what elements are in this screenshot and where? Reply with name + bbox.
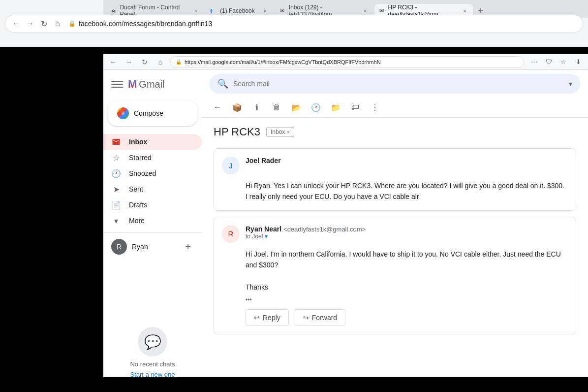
compose-label: Compose	[134, 109, 163, 117]
joel-avatar: J	[222, 157, 240, 174]
inner-forward-button[interactable]: →	[123, 56, 135, 68]
inbox-badge-label: Inbox	[271, 129, 285, 135]
folder-button[interactable]: 📁	[328, 99, 343, 115]
sidebar-item-inbox[interactable]: Inbox	[103, 134, 202, 150]
sidebar-item-starred[interactable]: ☆ Starred	[103, 150, 202, 165]
forward-label: Forward	[312, 314, 337, 322]
gmail-app: M Gmail + Compose Inbox ☆ Starred 🕐	[103, 70, 588, 392]
ryan-email-to: to Joel ▾	[246, 233, 366, 240]
more-chevron-icon: ▾	[111, 216, 121, 226]
reload-button[interactable]: ↻	[39, 19, 49, 29]
compose-plus-icon: +	[117, 107, 129, 119]
sidebar-snoozed-label: Snoozed	[129, 169, 156, 177]
thread-title-row: HP RCK3 Inbox ×	[214, 126, 576, 138]
archive-button[interactable]: 📦	[229, 99, 245, 115]
forward-button[interactable]: ↪ Forward	[295, 309, 345, 326]
snooze-button[interactable]: 🕐	[308, 99, 324, 115]
browser-address-bar: ← → ↻ ⌂ 🔒 facebook.com/messages/t/brenda…	[5, 15, 583, 33]
ryan-sender-info: Ryan Nearl <deadlyfasts1k@gmail.com> to …	[246, 225, 366, 240]
chat-bubble-icon: 💬	[138, 327, 167, 357]
email-thread: HP RCK3 Inbox × J Joel Rader	[202, 118, 588, 392]
snoozed-icon: 🕐	[111, 168, 121, 178]
inner-download-button[interactable]: ⬇	[572, 56, 584, 68]
inner-address-text: https://mail.google.com/mail/u/1/#inbox/…	[185, 59, 381, 65]
forward-button[interactable]: →	[25, 19, 35, 29]
inner-home-button[interactable]: ⌂	[155, 56, 166, 68]
ryan-body-thanks: Thanks	[246, 282, 568, 293]
people-name: Ryan	[132, 243, 148, 251]
add-person-button[interactable]: +	[182, 241, 194, 253]
sidebar-sent-label: Sent	[129, 185, 143, 193]
sidebar-item-drafts[interactable]: 📄 Drafts	[103, 197, 202, 213]
tab-facebook-close[interactable]: ×	[261, 7, 269, 15]
report-spam-button[interactable]: ℹ	[249, 99, 265, 115]
home-button[interactable]: ⌂	[53, 19, 62, 29]
tab-facebook-favicon: f	[210, 7, 217, 14]
tab-hprck3-favicon: ✉	[379, 7, 385, 14]
email-message-joel: J Joel Rader Hi Ryan. Yes I can unlock y…	[214, 148, 576, 211]
thread-title: HP RCK3	[214, 126, 260, 138]
back-button[interactable]: ←	[11, 19, 21, 29]
ryan-sender-name: Ryan Nearl <deadlyfasts1k@gmail.com>	[246, 225, 366, 233]
inbox-badge-remove[interactable]: ×	[287, 130, 290, 135]
delete-button[interactable]: 🗑	[269, 99, 284, 115]
inner-reload-button[interactable]: ↻	[139, 56, 151, 68]
browser-nav-buttons: ← → ↻ ⌂	[11, 19, 62, 29]
sidebar-item-sent[interactable]: ➤ Sent	[103, 181, 202, 197]
inner-menu-button[interactable]: ⋯	[528, 56, 540, 68]
people-section: R Ryan +	[103, 237, 202, 257]
search-input[interactable]	[233, 80, 564, 88]
reply-button[interactable]: ↩ Reply	[246, 309, 289, 326]
back-to-inbox-button[interactable]: ←	[210, 99, 225, 115]
black-left-panel	[0, 0, 103, 392]
reply-icon: ↩	[254, 314, 260, 322]
sidebar-starred-label: Starred	[129, 154, 152, 162]
no-chats-text: No recent chats	[130, 360, 175, 368]
people-avatar: R	[111, 239, 127, 255]
inner-shield-button[interactable]: 🛡	[543, 56, 555, 68]
inner-back-button[interactable]: ←	[107, 56, 119, 68]
hamburger-line-2	[111, 84, 123, 85]
hamburger-line-1	[111, 81, 123, 82]
inner-star-button[interactable]: ☆	[557, 56, 569, 68]
email-header-joel: J Joel Rader	[222, 157, 568, 174]
inner-tools: ⋯ 🛡 ☆ ⬇	[528, 56, 584, 68]
lock-icon: 🔒	[68, 20, 76, 27]
gmail-logo-m: M	[128, 78, 137, 91]
ryan-body-main: Hi Joel. I'm in northern California. I w…	[246, 249, 568, 271]
search-dropdown-icon[interactable]: ▾	[569, 80, 572, 88]
sidebar-more-label: More	[129, 217, 145, 225]
more-options-button[interactable]: ⋮	[367, 99, 383, 115]
sidebar-item-snoozed[interactable]: 🕐 Snoozed	[103, 165, 202, 181]
address-text[interactable]: facebook.com/messages/t/brendan.griffin1…	[79, 20, 577, 28]
tab-hprck3-close[interactable]: ×	[462, 7, 468, 15]
move-to-button[interactable]: 📂	[288, 99, 304, 115]
hamburger-icon[interactable]	[111, 78, 123, 90]
compose-button[interactable]: + Compose	[107, 100, 198, 126]
tab-ducati-close[interactable]: ×	[192, 7, 200, 15]
sidebar-divider	[103, 232, 202, 233]
people-avatar-initials: R	[117, 243, 122, 251]
ryan-avatar: R	[222, 225, 240, 243]
joel-sender-name: Joel Rader	[246, 157, 281, 164]
gmail-logo-text: Gmail	[139, 79, 164, 90]
ryan-email-body: Hi Joel. I'm in northern California. I w…	[246, 249, 568, 293]
email-header-ryan: R Ryan Nearl <deadlyfasts1k@gmail.com> t…	[222, 225, 568, 243]
sidebar-item-more[interactable]: ▾ More	[103, 213, 202, 229]
label-button[interactable]: 🏷	[347, 99, 363, 115]
joel-email-body: Hi Ryan. Yes I can unlock your HP RCK3. …	[246, 180, 568, 202]
search-input-wrap: 🔍 ▾	[210, 74, 580, 94]
sidebar-inbox-label: Inbox	[129, 138, 147, 146]
ryan-avatar-initial: R	[228, 229, 234, 238]
email-toolbar: ← 📦 ℹ 🗑 📂 🕐 📁 🏷 ⋮	[202, 98, 588, 118]
inbox-badge: Inbox ×	[266, 127, 294, 137]
ryan-to-arrow[interactable]: ▾	[265, 233, 268, 240]
tab-inbox-close[interactable]: ×	[362, 7, 369, 15]
gmail-logo: M Gmail	[128, 78, 165, 91]
sidebar-header: M Gmail	[103, 74, 202, 95]
sidebar-drafts-label: Drafts	[129, 201, 147, 209]
ryan-email-dots: •••	[246, 296, 568, 303]
inner-address-bar[interactable]: 🔒 https://mail.google.com/mail/u/1/#inbo…	[170, 56, 524, 68]
search-icon: 🔍	[217, 78, 228, 89]
tab-facebook-label: (1) Facebook	[220, 7, 255, 14]
